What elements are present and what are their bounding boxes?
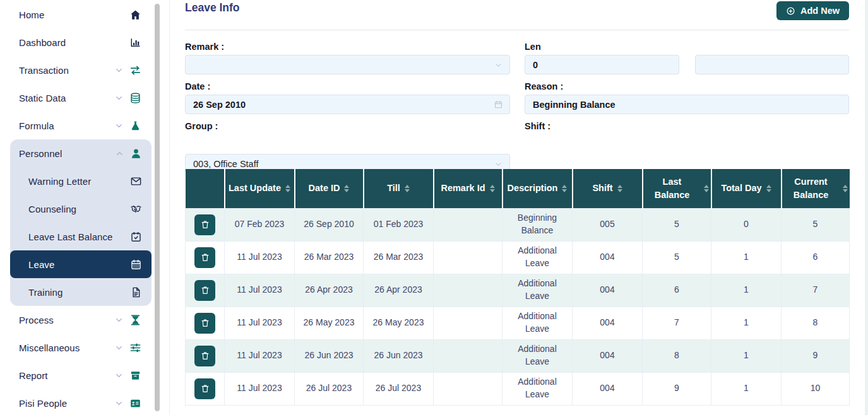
sliders-icon bbox=[129, 342, 141, 354]
cell-date-id: 26 Jul 2023 bbox=[295, 372, 364, 405]
sidebar-item-leave[interactable]: Leave bbox=[10, 250, 152, 278]
sidebar-item-static-data[interactable]: Static Data bbox=[0, 84, 152, 112]
extra-input[interactable] bbox=[695, 55, 849, 74]
col-header-shift[interactable]: Shift bbox=[573, 169, 643, 208]
sidebar-item-label: Training bbox=[28, 287, 130, 298]
sidebar-item-pisi-people[interactable]: Pisi People bbox=[0, 389, 152, 415]
cell-actions bbox=[186, 339, 225, 372]
cell-date-id: 26 May 2023 bbox=[295, 307, 364, 339]
cell-last-balance: 6 bbox=[643, 274, 711, 307]
cell-description: Additional Leave bbox=[502, 241, 573, 274]
remark-select[interactable] bbox=[185, 55, 510, 74]
sidebar-item-training[interactable]: Training bbox=[10, 278, 152, 306]
cell-description: Additional Leave bbox=[502, 372, 573, 405]
sidebar-item-label: Report bbox=[19, 370, 115, 381]
bar-chart-icon bbox=[129, 37, 141, 49]
delete-row-button[interactable] bbox=[194, 247, 215, 268]
col-header-remark-id[interactable]: Remark Id bbox=[434, 169, 502, 208]
table-row: 11 Jul 2023 26 May 2023 26 May 2023 Addi… bbox=[186, 307, 850, 339]
sort-icon bbox=[285, 185, 290, 192]
page-scrollbar-track[interactable] bbox=[865, 0, 868, 415]
calendar-icon[interactable] bbox=[494, 100, 503, 109]
date-input[interactable] bbox=[185, 95, 510, 114]
cell-remark-id bbox=[434, 339, 502, 372]
col-header-total-day[interactable]: Total Day bbox=[711, 169, 782, 208]
cell-last-update: 11 Jul 2023 bbox=[225, 372, 295, 405]
sidebar-item-miscellaneous[interactable]: Miscellaneous bbox=[0, 334, 152, 361]
sidebar-item-formula[interactable]: Formula bbox=[0, 112, 152, 139]
cell-date-id: 26 Jun 2023 bbox=[295, 339, 364, 372]
home-icon bbox=[129, 9, 141, 21]
len-input[interactable] bbox=[525, 55, 679, 74]
cell-shift: 004 bbox=[573, 274, 643, 307]
id-card-icon bbox=[129, 397, 141, 409]
sidebar-item-label: Transaction bbox=[19, 65, 115, 76]
table-row: 11 Jul 2023 26 Mar 2023 26 Mar 2023 Addi… bbox=[186, 241, 850, 274]
delete-row-button[interactable] bbox=[194, 214, 215, 235]
sidebar-item-transaction[interactable]: Transaction bbox=[0, 56, 152, 84]
main-content: Leave Info Add New Remark : Len Date : R… bbox=[185, 0, 849, 415]
cell-total-day: 1 bbox=[711, 307, 782, 339]
sidebar-item-label: Counseling bbox=[28, 204, 130, 214]
calendar-icon bbox=[130, 259, 142, 271]
trash-icon bbox=[200, 285, 210, 295]
cell-actions bbox=[186, 274, 225, 307]
chevron-down-icon bbox=[494, 160, 502, 168]
trash-icon bbox=[200, 351, 210, 361]
col-header-last-balance[interactable]: Last Balance bbox=[643, 169, 711, 208]
cell-total-day: 1 bbox=[711, 372, 782, 405]
cell-description: Additional Leave bbox=[502, 307, 573, 339]
sidebar-item-home[interactable]: Home bbox=[0, 1, 152, 28]
table-header-row: Last Update Date ID Till Remark Id Descr… bbox=[186, 169, 850, 208]
sidebar-item-leave-last-balance[interactable]: Leave Last Balance bbox=[10, 223, 152, 250]
cell-actions bbox=[186, 372, 225, 405]
sidebar-item-counseling[interactable]: Counseling bbox=[10, 195, 152, 223]
cell-till: 26 Jun 2023 bbox=[364, 339, 434, 372]
delete-row-button[interactable] bbox=[194, 378, 215, 399]
personnel-group: Personnel Warning Letter Counseling bbox=[10, 139, 152, 306]
table-row: 11 Jul 2023 26 Jul 2023 26 Jul 2023 Addi… bbox=[186, 372, 850, 405]
chevron-down-icon bbox=[115, 94, 123, 102]
sidebar-item-label: Home bbox=[19, 9, 129, 20]
delete-row-button[interactable] bbox=[194, 313, 215, 334]
trash-icon bbox=[200, 383, 210, 394]
delete-row-button[interactable] bbox=[194, 280, 215, 301]
header-divider bbox=[185, 30, 849, 30]
user-icon bbox=[130, 148, 142, 160]
reason-label: Reason : bbox=[525, 81, 563, 91]
sidebar-item-label: Miscellaneous bbox=[19, 342, 115, 353]
sidebar-item-label: Formula bbox=[19, 120, 115, 131]
add-new-button[interactable]: Add New bbox=[776, 1, 849, 20]
col-header-current-balance[interactable]: Current Balance bbox=[782, 169, 850, 208]
sort-icon bbox=[843, 185, 848, 192]
reason-input[interactable] bbox=[525, 95, 849, 114]
cell-till: 01 Feb 2023 bbox=[364, 208, 434, 241]
sidebar-item-personnel[interactable]: Personnel bbox=[10, 139, 152, 167]
col-header-date-id[interactable]: Date ID bbox=[295, 169, 364, 208]
col-header-last-update[interactable]: Last Update bbox=[225, 169, 295, 208]
sidebar-item-report[interactable]: Report bbox=[0, 361, 152, 389]
chevron-down-icon bbox=[115, 66, 123, 74]
cell-till: 26 May 2023 bbox=[364, 307, 434, 339]
col-header-till[interactable]: Till bbox=[364, 169, 434, 208]
document-icon bbox=[130, 286, 142, 298]
sidebar-item-warning-letter[interactable]: Warning Letter bbox=[10, 167, 152, 195]
sidebar-scrollbar[interactable] bbox=[155, 4, 160, 411]
sidebar-item-process[interactable]: Process bbox=[0, 306, 152, 334]
sidebar-item-dashboard[interactable]: Dashboard bbox=[0, 28, 152, 56]
cell-shift: 004 bbox=[573, 339, 643, 372]
delete-row-button[interactable] bbox=[194, 346, 215, 366]
cell-remark-id bbox=[434, 208, 502, 241]
sidebar-item-label: Leave Last Balance bbox=[28, 231, 130, 242]
cell-total-day: 1 bbox=[711, 274, 782, 307]
sort-icon bbox=[617, 185, 622, 192]
sort-icon bbox=[344, 185, 349, 192]
sidebar-item-label: Warning Letter bbox=[28, 176, 130, 187]
col-header-description[interactable]: Description bbox=[502, 169, 573, 208]
date-field-wrap bbox=[185, 95, 510, 114]
remark-label: Remark : bbox=[185, 42, 224, 52]
cell-current-balance: 9 bbox=[782, 339, 850, 372]
sidebar-content-divider bbox=[169, 0, 170, 415]
cell-total-day: 0 bbox=[711, 208, 782, 241]
cell-date-id: 26 Apr 2023 bbox=[295, 274, 364, 307]
